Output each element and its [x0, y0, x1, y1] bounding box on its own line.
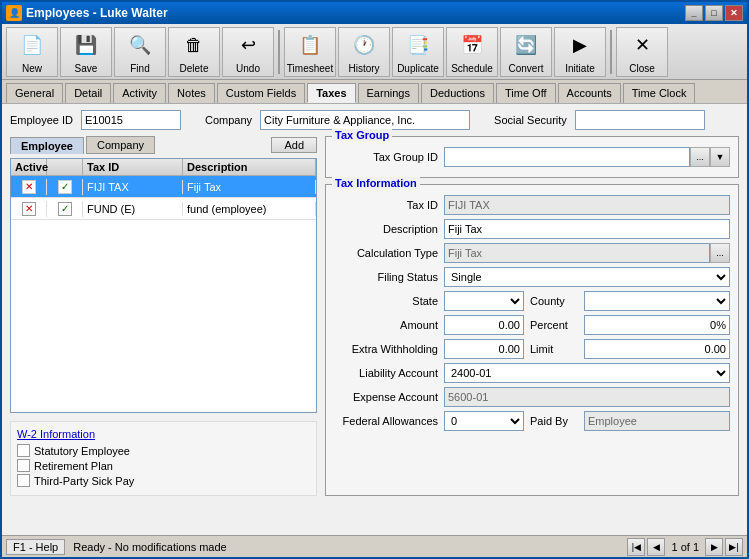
extra-withholding-label: Extra Withholding	[334, 343, 444, 355]
employee-id-input[interactable]	[81, 110, 181, 130]
tax-info-title: Tax Information	[332, 177, 420, 189]
county-select[interactable]	[584, 291, 730, 311]
tab-time-off[interactable]: Time Off	[496, 83, 556, 103]
retirement-plan-checkbox[interactable]	[17, 459, 30, 472]
tab-custom-fields[interactable]: Custom Fields	[217, 83, 305, 103]
status-text: Ready - No modifications made	[73, 541, 627, 553]
find-label: Find	[130, 63, 149, 74]
schedule-button[interactable]: 📅 Schedule	[446, 27, 498, 77]
main-tab-bar: General Detail Activity Notes Custom Fie…	[2, 80, 747, 104]
description-label: Description	[334, 223, 444, 235]
sub-tab-employee[interactable]: Employee	[10, 137, 84, 154]
limit-input[interactable]	[584, 339, 730, 359]
tax-info-box: Tax Information Tax ID Description Calcu…	[325, 184, 739, 496]
table-row[interactable]: ✕ ✓ FIJI TAX Fiji Tax	[11, 176, 316, 198]
calc-type-browse-button[interactable]: ...	[710, 243, 730, 263]
nav-last-button[interactable]: ▶|	[725, 538, 743, 556]
duplicate-button[interactable]: 📑 Duplicate	[392, 27, 444, 77]
window-close-button[interactable]: ✕	[725, 5, 743, 21]
delete-button[interactable]: 🗑 Delete	[168, 27, 220, 77]
checkbox-x[interactable]: ✕	[22, 180, 36, 194]
tab-taxes[interactable]: Taxes	[307, 83, 355, 103]
nav-prev-button[interactable]: ◀	[647, 538, 665, 556]
amount-input[interactable]	[444, 315, 524, 335]
row2-active[interactable]: ✕	[11, 201, 47, 217]
page-of: of	[681, 541, 693, 553]
help-button[interactable]: F1 - Help	[6, 539, 65, 555]
state-label: State	[334, 295, 444, 307]
tab-activity[interactable]: Activity	[113, 83, 166, 103]
percent-input[interactable]	[584, 315, 730, 335]
content-area: Employee ID Company Social Security Empl…	[2, 104, 747, 535]
extra-withholding-input[interactable]	[444, 339, 524, 359]
calc-type-input	[444, 243, 710, 263]
statutory-employee-checkbox[interactable]	[17, 444, 30, 457]
percent-label: Percent	[524, 319, 584, 331]
find-button[interactable]: 🔍 Find	[114, 27, 166, 77]
row2-tax-id: FUND (E)	[83, 202, 183, 216]
new-button[interactable]: 📄 New	[6, 27, 58, 77]
row1-tax-id: FIJI TAX	[83, 180, 183, 194]
header-row: Employee ID Company Social Security	[10, 110, 739, 130]
tab-accounts[interactable]: Accounts	[558, 83, 621, 103]
undo-label: Undo	[236, 63, 260, 74]
description-input[interactable]	[444, 219, 730, 239]
initiate-button[interactable]: ▶ Initiate	[554, 27, 606, 77]
nav-next-button[interactable]: ▶	[705, 538, 723, 556]
col-description: Description	[183, 159, 316, 175]
tab-time-clock[interactable]: Time Clock	[623, 83, 696, 103]
checkbox-check[interactable]: ✓	[58, 202, 72, 216]
checkbox-x[interactable]: ✕	[22, 202, 36, 216]
minimize-button[interactable]: _	[685, 5, 703, 21]
status-bar: F1 - Help Ready - No modifications made …	[2, 535, 747, 557]
row1-active[interactable]: ✕	[11, 179, 47, 195]
tab-deductions[interactable]: Deductions	[421, 83, 494, 103]
window-controls[interactable]: _ □ ✕	[685, 5, 743, 21]
tab-notes[interactable]: Notes	[168, 83, 215, 103]
tax-group-id-label: Tax Group ID	[334, 151, 444, 163]
liability-account-select[interactable]: 2400-01	[444, 363, 730, 383]
col-tax-id: Tax ID	[83, 159, 183, 175]
row1-check[interactable]: ✓	[47, 179, 83, 195]
add-button[interactable]: Add	[271, 137, 317, 153]
history-button[interactable]: 🕐 History	[338, 27, 390, 77]
filing-status-row: Filing Status Single	[334, 267, 730, 287]
tax-group-id-input[interactable]	[444, 147, 690, 167]
row2-check[interactable]: ✓	[47, 201, 83, 217]
close-label: Close	[629, 63, 655, 74]
checkbox-check[interactable]: ✓	[58, 180, 72, 194]
tax-group-browse-button[interactable]: ...	[690, 147, 710, 167]
federal-allowances-row: Federal Allowances 0 Paid By	[334, 411, 730, 431]
federal-allowances-select[interactable]: 0	[444, 411, 524, 431]
new-label: New	[22, 63, 42, 74]
table-row[interactable]: ✕ ✓ FUND (E) fund (employee)	[11, 198, 316, 220]
state-select[interactable]	[444, 291, 524, 311]
nav-first-button[interactable]: |◀	[627, 538, 645, 556]
close-button[interactable]: ✕ Close	[616, 27, 668, 77]
window-title: Employees - Luke Walter	[26, 6, 168, 20]
tax-id-label: Tax ID	[334, 199, 444, 211]
tab-general[interactable]: General	[6, 83, 63, 103]
tab-earnings[interactable]: Earnings	[358, 83, 419, 103]
w2-section: W-2 Information Statutory Employee Retir…	[10, 421, 317, 496]
content-split: Employee Company Add Active Tax ID Descr…	[10, 136, 739, 496]
tab-detail[interactable]: Detail	[65, 83, 111, 103]
liability-account-label: Liability Account	[334, 367, 444, 379]
timesheet-button[interactable]: 📋 Timesheet	[284, 27, 336, 77]
social-security-input[interactable]	[575, 110, 705, 130]
third-party-sick-pay-checkbox[interactable]	[17, 474, 30, 487]
maximize-button[interactable]: □	[705, 5, 723, 21]
filing-status-select[interactable]: Single	[444, 267, 730, 287]
company-input[interactable]	[260, 110, 470, 130]
w2-title: W-2 Information	[17, 428, 310, 440]
convert-button[interactable]: 🔄 Convert	[500, 27, 552, 77]
delete-label: Delete	[180, 63, 209, 74]
save-button[interactable]: 💾 Save	[60, 27, 112, 77]
row1-description: Fiji Tax	[183, 180, 316, 194]
sub-tab-bar: Employee Company Add	[10, 136, 317, 154]
retirement-plan-row: Retirement Plan	[17, 459, 310, 472]
undo-button[interactable]: ↩ Undo	[222, 27, 274, 77]
row2-description: fund (employee)	[183, 202, 316, 216]
sub-tab-company[interactable]: Company	[86, 136, 155, 154]
tax-group-dropdown[interactable]: ▼	[710, 147, 730, 167]
